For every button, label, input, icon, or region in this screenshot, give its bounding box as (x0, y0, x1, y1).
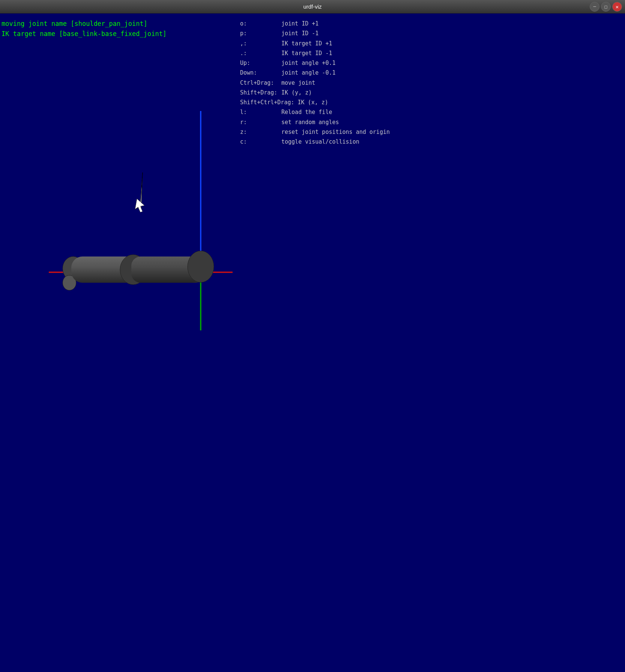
robot-arm-body-right (131, 256, 201, 283)
kb-desc-0: joint ID +1 (281, 19, 319, 28)
joint-left-end (63, 256, 84, 280)
kb-row-12: c: toggle visual/collision (240, 137, 390, 147)
kb-desc-5: joint angle -0.1 (281, 68, 336, 78)
kb-key-1: p: (240, 28, 281, 38)
kb-desc-2: IK target ID +1 (281, 39, 332, 48)
window-title: urdf-viz (303, 3, 322, 10)
kb-row-0: o: joint ID +1 (240, 19, 390, 28)
window-controls: ─ □ ✕ (590, 2, 622, 12)
kb-key-7: Shift+Drag: (240, 88, 281, 98)
kb-row-11: z: reset joint positions and origin (240, 127, 390, 137)
kb-row-10: r: set random angles (240, 117, 390, 127)
kb-row-1: p: joint ID -1 (240, 28, 390, 38)
kb-row-6: Ctrl+Drag: move joint (240, 78, 390, 88)
kb-desc-11: reset joint positions and origin (281, 127, 390, 137)
kb-key-10: r: (240, 117, 281, 127)
moving-joint-label: moving joint name [shoulder_pan_joint] (2, 19, 167, 29)
kb-row-2: ,: IK target ID +1 (240, 39, 390, 48)
main-viewport[interactable]: moving joint name [shoulder_pan_joint] I… (0, 14, 625, 672)
kb-desc-4: joint angle +0.1 (281, 58, 336, 68)
kb-desc-6: move joint (281, 78, 315, 88)
kb-desc-8: IK (x, z) (298, 98, 328, 107)
kb-key-0: o: (240, 19, 281, 28)
robot-arm-body (71, 256, 206, 283)
kb-key-9: l: (240, 107, 281, 117)
kb-key-11: z: (240, 127, 281, 137)
kb-key-5: Down: (240, 68, 281, 78)
close-button[interactable]: ✕ (612, 2, 622, 12)
kb-desc-12: toggle visual/collision (281, 137, 359, 147)
joint-left-stub (63, 275, 76, 290)
kb-desc-9: Reload the file (281, 107, 332, 117)
kb-row-5: Down: joint angle -0.1 (240, 68, 390, 78)
kb-row-4: Up: joint angle +0.1 (240, 58, 390, 68)
kb-key-3: .: (240, 48, 281, 58)
kb-key-12: c: (240, 137, 281, 147)
kb-row-9: l: Reload the file (240, 107, 390, 117)
keybindings-panel: o: joint ID +1 p: joint ID -1 ,: IK targ… (240, 19, 390, 147)
cursor-arrow (135, 199, 144, 212)
mouse-cursor (137, 172, 143, 211)
kb-key-4: Up: (240, 58, 281, 68)
kb-row-8: Shift+Ctrl+Drag: IK (x, z) (240, 98, 390, 107)
minimize-button[interactable]: ─ (590, 2, 599, 12)
kb-row-7: Shift+Drag: IK (y, z) (240, 88, 390, 98)
kb-row-3: .: IK target ID -1 (240, 48, 390, 58)
joint-info-panel: moving joint name [shoulder_pan_joint] I… (2, 19, 167, 39)
titlebar: urdf-viz ─ □ ✕ (0, 0, 625, 14)
kb-desc-3: IK target ID -1 (281, 48, 332, 58)
joint-right-end (188, 251, 214, 282)
ik-target-label: IK target name [base_link-base_fixed_joi… (2, 29, 167, 39)
joint-mid (120, 255, 146, 285)
kb-desc-1: joint ID -1 (281, 28, 319, 38)
kb-key-8: Shift+Ctrl+Drag: (240, 98, 298, 107)
kb-key-6: Ctrl+Drag: (240, 78, 281, 88)
kb-desc-10: set random angles (281, 117, 339, 127)
kb-desc-7: IK (y, z) (281, 88, 312, 98)
maximize-button[interactable]: □ (601, 2, 611, 12)
kb-key-2: ,: (240, 39, 281, 48)
